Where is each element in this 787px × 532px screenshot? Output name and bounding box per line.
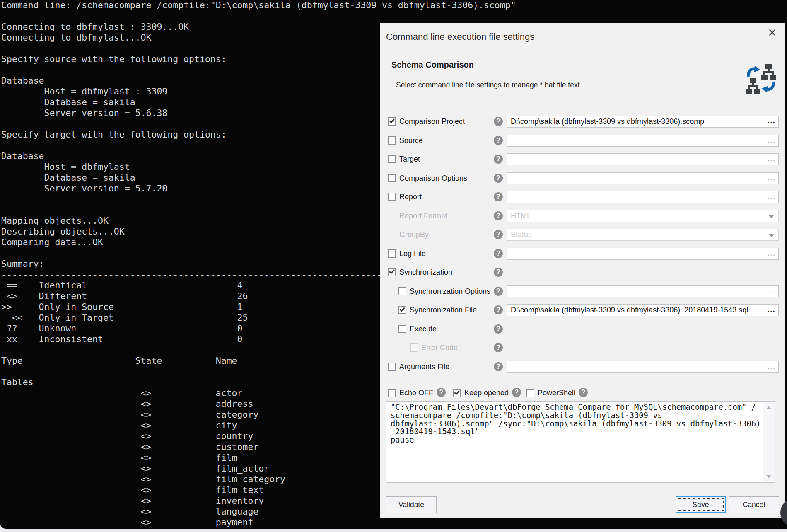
report-format-dropdown: HTML (507, 210, 779, 222)
error-code-help-icon[interactable] (494, 343, 503, 352)
comparison-project-browse-button[interactable]: ... (767, 116, 775, 127)
comparison-project-checkbox[interactable] (388, 117, 396, 126)
synchronization-file-input[interactable]: D:\comp\sakila (dbfmylast-3309 vs dbfmyl… (507, 304, 779, 316)
echo-off-help-icon[interactable] (437, 388, 446, 397)
checkmark-icon (399, 306, 405, 312)
header-separator (380, 102, 785, 102)
target-help-icon[interactable] (494, 155, 503, 164)
bat-text-scrollbar[interactable] (763, 402, 775, 482)
close-button[interactable] (765, 27, 779, 38)
execute-label: Execute (410, 319, 437, 339)
synchronization-label: Synchronization (399, 263, 452, 282)
comparison-options-browse-button[interactable]: ... (767, 173, 775, 184)
synchronization-file-help-icon[interactable] (494, 305, 503, 314)
dialog-title: Command line execution file settings (386, 31, 534, 42)
log-file-help-icon[interactable] (494, 249, 503, 258)
row-synchronization: Synchronization (380, 263, 785, 282)
option-keep-opened: Keep opened (453, 383, 521, 402)
comparison-options-checkbox[interactable] (388, 174, 396, 182)
save-button[interactable]: Save (676, 496, 726, 513)
target-label: Target (399, 150, 420, 169)
comparison-project-value: D:\comp\sakila (dbfmylast-3309 vs dbfmyl… (511, 116, 704, 127)
row-error-code: Error Code (380, 338, 785, 357)
cancel-button[interactable]: Cancel (729, 496, 779, 513)
row-comparison-options: Comparison Options... (380, 169, 785, 188)
dropdown-arrow-icon (768, 215, 774, 218)
comparison-project-help-icon[interactable] (494, 117, 503, 126)
log-file-browse-button[interactable]: ... (767, 248, 775, 259)
powershell-label: PowerShell (538, 383, 575, 402)
comparison-project-label: Comparison Project (399, 112, 465, 131)
log-file-label: Log File (399, 244, 426, 263)
target-input[interactable]: ... (507, 153, 779, 165)
synchronization-file-value: D:\comp\sakila (dbfmylast-3309 vs dbfmyl… (511, 305, 748, 316)
report-browse-button[interactable]: ... (767, 191, 775, 203)
footer-separator (380, 489, 785, 489)
synchronization-file-label: Synchronization File (410, 300, 477, 319)
target-checkbox[interactable] (388, 155, 396, 163)
powershell-checkbox[interactable] (526, 389, 534, 397)
comparison-options-input[interactable]: ... (507, 172, 779, 184)
synchronization-options-label: Synchronization Options (410, 282, 490, 301)
synchronization-file-checkbox[interactable] (398, 306, 406, 314)
execute-help-icon[interactable] (494, 324, 503, 334)
close-icon (769, 29, 776, 36)
source-label: Source (399, 131, 423, 150)
log-file-input[interactable]: ... (507, 248, 779, 260)
row-comparison-project: Comparison ProjectD:\comp\sakila (dbfmyl… (380, 112, 785, 131)
bat-file-text: "C:\Program Files\Devart\dbForge Schema … (391, 403, 760, 444)
checkmark-icon (389, 268, 394, 274)
target-browse-button[interactable]: ... (767, 154, 775, 165)
echo-off-checkbox[interactable] (388, 389, 396, 397)
report-help-icon[interactable] (494, 192, 503, 201)
echo-off-label: Echo OFF (399, 383, 433, 402)
arguments-file-browse-button[interactable]: ... (767, 361, 775, 372)
report-label: Report (399, 187, 422, 206)
scroll-up-icon[interactable] (766, 406, 771, 409)
save-button-label: Save (693, 501, 709, 509)
source-help-icon[interactable] (494, 136, 503, 145)
keep-opened-checkbox[interactable] (453, 389, 461, 397)
row-groupby: GroupByStatus (380, 225, 785, 244)
arguments-file-input[interactable]: ... (507, 361, 779, 373)
keep-opened-help-icon[interactable] (512, 388, 521, 397)
arguments-file-checkbox[interactable] (388, 363, 396, 371)
report-format-label: Report Format (399, 206, 447, 225)
synchronization-file-browse-button[interactable]: ... (767, 305, 775, 316)
groupby-value: Status (511, 229, 532, 240)
row-synchronization-file: Synchronization FileD:\comp\sakila (dbfm… (380, 300, 785, 319)
checkmark-icon (389, 118, 394, 123)
groupby-help-icon[interactable] (494, 230, 503, 239)
source-checkbox[interactable] (388, 136, 396, 145)
row-source: Source... (380, 131, 785, 150)
scroll-down-icon[interactable] (766, 475, 771, 478)
keep-opened-label: Keep opened (464, 383, 509, 402)
synchronization-options-input[interactable]: ... (507, 285, 779, 297)
synchronization-options-help-icon[interactable] (494, 287, 503, 296)
synchronization-checkbox[interactable] (388, 268, 396, 276)
comparison-options-help-icon[interactable] (494, 174, 503, 183)
source-input[interactable]: ... (507, 135, 779, 147)
report-format-help-icon[interactable] (494, 211, 503, 220)
log-file-checkbox[interactable] (388, 249, 396, 258)
option-echo-off: Echo OFF (388, 383, 446, 402)
header-product-name: Schema Comparison (391, 59, 474, 70)
arguments-file-help-icon[interactable] (494, 362, 503, 371)
powershell-help-icon[interactable] (579, 388, 588, 397)
report-checkbox[interactable] (388, 193, 396, 201)
source-browse-button[interactable]: ... (767, 135, 775, 146)
bat-file-text-box[interactable]: "C:\Program Files\Devart\dbForge Schema … (386, 401, 775, 483)
row-report-format: Report FormatHTML (380, 206, 785, 225)
report-input[interactable]: ... (507, 191, 779, 203)
dropdown-arrow-icon (768, 234, 774, 237)
dialog-command-line-execution-file-settings: Command line execution file settings Sch… (380, 23, 785, 518)
row-execute: Execute (380, 319, 785, 339)
execute-checkbox[interactable] (398, 325, 406, 333)
checkmark-icon (454, 389, 459, 395)
comparison-project-input[interactable]: D:\comp\sakila (dbfmylast-3309 vs dbfmyl… (507, 116, 779, 128)
synchronization-help-icon[interactable] (494, 268, 503, 277)
synchronization-options-checkbox[interactable] (398, 287, 406, 295)
synchronization-options-browse-button[interactable]: ... (767, 286, 775, 297)
validate-button[interactable]: Validate (386, 496, 437, 513)
option-powershell: PowerShell (526, 383, 588, 402)
